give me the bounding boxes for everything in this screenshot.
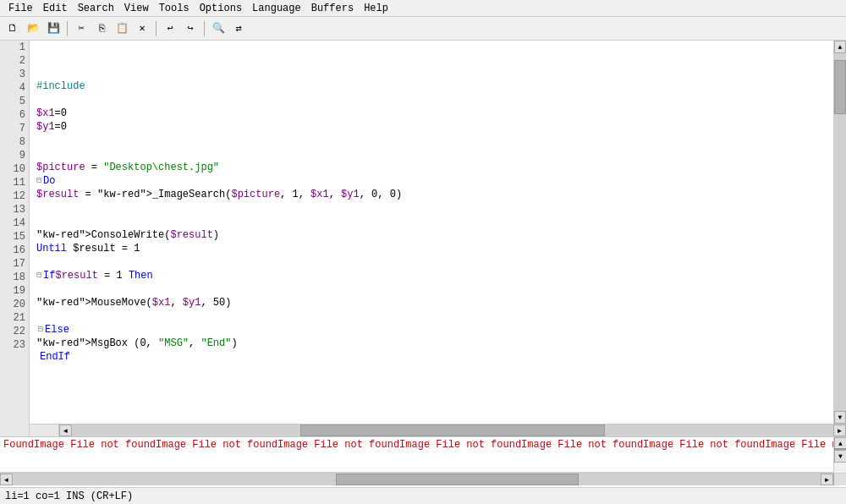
output-text: FoundImage File not foundImage File not … [0, 437, 846, 473]
line-number: 4 [0, 81, 29, 95]
output-area: FoundImage File not foundImage File not … [0, 436, 846, 487]
code-line: ⊟If $result = 1 Then [30, 269, 833, 282]
save-button[interactable]: 💾 [44, 19, 63, 38]
copy-button[interactable]: ⎘ [92, 19, 111, 38]
line-number: 23 [0, 338, 29, 352]
status-bar: li=1 co=1 INS (CR+LF) [0, 487, 846, 504]
code-line: #include [30, 79, 833, 93]
code-line: "kw-red">MouseMove($x1, $y1, 50) [30, 296, 833, 310]
code-line: $result = "kw-red">_ImageSearch($picture… [30, 188, 833, 201]
line-number: 22 [0, 325, 29, 338]
line-number: 8 [0, 135, 29, 149]
output-corner [833, 474, 846, 485]
line-number: 15 [0, 230, 29, 244]
menu-item-buffers[interactable]: Buffers [306, 0, 359, 16]
toolbar-separator [67, 21, 68, 36]
open-button[interactable]: 📂 [24, 19, 42, 38]
code-line [30, 310, 833, 323]
vscroll-track[interactable] [834, 53, 846, 411]
horizontal-scrollbar[interactable]: ◄ ► [30, 424, 846, 436]
menu-item-language[interactable]: Language [247, 0, 306, 16]
hscroll-left-button[interactable]: ◄ [59, 425, 72, 436]
code-line [30, 364, 833, 377]
line-number: 11 [0, 176, 29, 189]
vscroll-down-button[interactable]: ▼ [834, 411, 846, 424]
editor-main: 1234567891011121314151617181920212223 #i… [0, 41, 846, 436]
line-numbers: 1234567891011121314151617181920212223 [0, 41, 30, 436]
code-line: ⊟Do [30, 174, 833, 188]
hscroll-gutter [30, 425, 59, 436]
line-number: 9 [0, 149, 29, 162]
redo-button[interactable]: ↪ [181, 19, 200, 38]
code-line [30, 201, 833, 215]
line-number: 3 [0, 68, 29, 81]
menu-item-view[interactable]: View [119, 0, 154, 16]
line-number: 12 [0, 189, 29, 203]
line-number: 17 [0, 257, 29, 271]
line-number: 16 [0, 244, 29, 257]
menu-item-edit[interactable]: Edit [38, 0, 73, 16]
menu-item-search[interactable]: Search [73, 0, 119, 16]
find-button[interactable]: 🔍 [209, 19, 228, 38]
output-hscroll-right[interactable]: ► [821, 474, 833, 485]
hscroll-right-button[interactable]: ► [833, 425, 846, 436]
code-line [30, 66, 833, 79]
code-line: "kw-red">ConsoleWrite($result) [30, 228, 833, 242]
line-number: 5 [0, 95, 29, 108]
toolbar-separator [156, 21, 157, 36]
hscroll-thumb[interactable] [300, 425, 605, 436]
line-number: 2 [0, 54, 29, 68]
vscroll-up-button[interactable]: ▲ [834, 41, 846, 53]
line-number: 1 [0, 41, 29, 54]
vscroll-thumb[interactable] [834, 60, 846, 113]
code-line [30, 93, 833, 107]
code-line: $x1=0 [30, 107, 833, 120]
line-number: 14 [0, 216, 29, 230]
paste-button[interactable]: 📋 [113, 19, 131, 38]
menu-item-options[interactable]: Options [195, 0, 247, 16]
code-line: EndIf [30, 350, 833, 364]
cut-button[interactable]: ✂ [72, 19, 91, 38]
code-line [30, 282, 833, 296]
menu-item-help[interactable]: Help [359, 0, 393, 16]
vertical-scrollbar[interactable]: ▲ ▼ [833, 41, 846, 424]
code-line [30, 215, 833, 228]
hscroll-bar[interactable]: ◄ ► [59, 425, 846, 436]
code-line: Until $result = 1 [30, 242, 833, 255]
code-line: $picture = "Desktop\chest.jpg" [30, 161, 833, 174]
line-number: 19 [0, 284, 29, 298]
code-content: #include $x1=0$y1=0 $picture = "Desktop\… [30, 41, 833, 377]
line-number: 21 [0, 311, 29, 325]
line-number: 20 [0, 298, 29, 311]
output-hscroll-track[interactable] [13, 474, 821, 485]
code-line: ⊟Else [30, 323, 833, 337]
new-button[interactable]: 🗋 [3, 19, 22, 38]
menu-bar: FileEditSearchViewToolsOptionsLanguageBu… [0, 0, 846, 17]
line-number: 18 [0, 271, 29, 284]
undo-button[interactable]: ↩ [161, 19, 179, 38]
code-line: "kw-red">MsgBox (0, "MSG", "End") [30, 337, 833, 350]
code-line [30, 134, 833, 147]
toolbar-separator [204, 21, 205, 36]
hscroll-track[interactable] [72, 425, 833, 436]
line-number: 7 [0, 122, 29, 135]
output-vscroll[interactable]: ▲ ▼ [833, 437, 846, 473]
replace-button[interactable]: ⇄ [229, 19, 248, 38]
menu-item-tools[interactable]: Tools [154, 0, 195, 16]
line-number: 6 [0, 108, 29, 122]
output-hscroll-left[interactable]: ◄ [0, 474, 13, 485]
line-number: 10 [0, 162, 29, 176]
toolbar: 🗋📂💾✂⎘📋✕↩↪🔍⇄ [0, 17, 846, 41]
status-text: li=1 co=1 INS (CR+LF) [5, 490, 133, 502]
menu-item-file[interactable]: File [3, 0, 38, 16]
delete-button[interactable]: ✕ [133, 19, 151, 38]
output-hscroll[interactable]: ◄ ► [0, 473, 846, 485]
code-line [30, 255, 833, 269]
code-line [30, 147, 833, 161]
code-editor[interactable]: #include $x1=0$y1=0 $picture = "Desktop\… [30, 41, 833, 424]
line-number: 13 [0, 203, 29, 216]
output-text-content: FoundImage File not foundImage File not … [3, 439, 846, 451]
output-vscroll-down[interactable]: ▼ [834, 450, 846, 463]
code-line: $y1=0 [30, 120, 833, 134]
